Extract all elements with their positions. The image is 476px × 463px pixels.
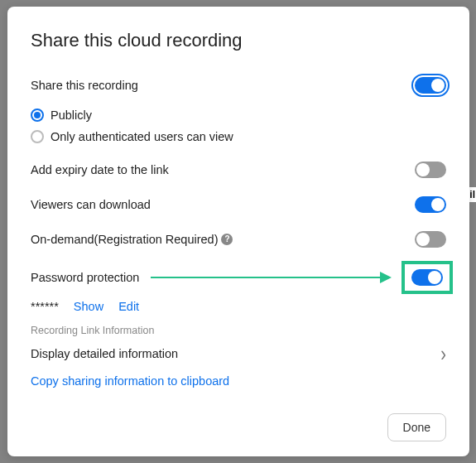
download-toggle[interactable] (415, 196, 446, 213)
done-button[interactable]: Done (387, 413, 446, 441)
password-toggle[interactable] (411, 269, 443, 286)
share-recording-label: Share this recording (31, 79, 138, 92)
radio-authenticated-row[interactable]: Only authenticated users can view (31, 126, 446, 147)
modal-title: Share this cloud recording (31, 30, 446, 51)
radio-authenticated[interactable] (31, 130, 44, 143)
ondemand-toggle[interactable] (415, 231, 446, 248)
annotation-highlight-box (401, 261, 453, 294)
help-icon[interactable]: ? (221, 234, 233, 245)
ondemand-row: On-demand(Registration Required) ? (31, 222, 446, 257)
ondemand-label: On-demand(Registration Required) (31, 233, 218, 246)
password-value-row: ****** Show Edit (31, 300, 446, 313)
radio-publicly[interactable] (31, 109, 44, 122)
password-label: Password protection (31, 271, 139, 284)
expiry-toggle[interactable] (415, 162, 446, 178)
modal-footer: Done (31, 398, 446, 441)
radio-publicly-label: Publicly (50, 109, 92, 122)
copy-sharing-link[interactable]: Copy sharing information to clipboard (31, 374, 446, 388)
password-row: Password protection (31, 257, 446, 298)
display-detailed-row[interactable]: Display detailed information › (31, 341, 446, 366)
display-detailed-label: Display detailed information (31, 347, 178, 360)
annotation-arrow (151, 277, 392, 278)
expiry-row: Add expiry date to the link (31, 152, 446, 187)
background-text-fragment: il (469, 187, 476, 202)
chevron-right-icon: › (440, 341, 446, 366)
recording-link-section-label: Recording Link Information (31, 325, 446, 336)
password-edit-button[interactable]: Edit (118, 300, 139, 313)
share-visibility-radios: Publicly Only authenticated users can vi… (31, 104, 446, 147)
expiry-label: Add expiry date to the link (31, 163, 169, 176)
share-recording-modal: Share this cloud recording Share this re… (7, 7, 469, 456)
radio-publicly-row[interactable]: Publicly (31, 104, 446, 126)
password-masked: ****** (31, 300, 59, 313)
share-recording-row: Share this recording (31, 68, 446, 103)
password-show-button[interactable]: Show (74, 300, 103, 313)
share-recording-toggle[interactable] (415, 77, 446, 94)
download-label: Viewers can download (31, 198, 151, 211)
radio-authenticated-label: Only authenticated users can view (50, 130, 233, 143)
download-row: Viewers can download (31, 187, 446, 222)
